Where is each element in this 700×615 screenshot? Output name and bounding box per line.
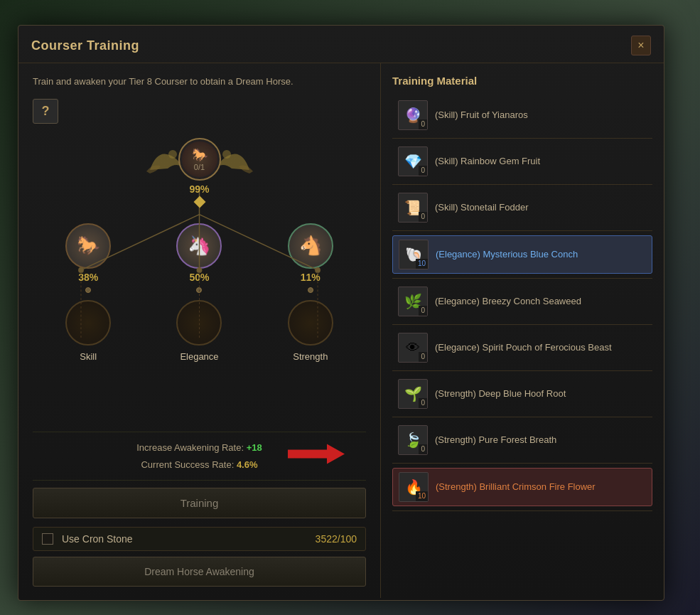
list-divider [392, 463, 652, 464]
skill-percent: 38% [78, 272, 98, 283]
strength-label: Strength [293, 351, 328, 362]
elegance-percent: 50% [189, 272, 209, 283]
bottom-nodes: 🐎 38% Skill 🦄 50% [33, 223, 366, 362]
list-divider [392, 370, 652, 371]
material-item[interactable]: 🔮0(Skill) Fruit of Yianaros [392, 97, 652, 134]
material-item[interactable]: 💎0(Skill) Rainbow Gem Fruit [392, 143, 652, 180]
item-icon: 👁0 [398, 333, 428, 363]
list-divider [392, 138, 652, 139]
item-badge: 0 [419, 166, 427, 176]
strength-icon: 🐴 [288, 223, 333, 269]
list-divider [392, 510, 652, 511]
list-divider [392, 417, 652, 417]
list-divider [392, 184, 652, 185]
material-item[interactable]: 🐚10(Elegance) Mysterious Blue Conch [392, 235, 652, 274]
item-name: (Strength) Deep Blue Hoof Root [435, 387, 566, 400]
strength-percent: 11% [301, 272, 321, 283]
material-item[interactable]: 🍃0(Strength) Pure Forest Breath [392, 422, 652, 459]
item-icon: 💎0 [398, 146, 428, 176]
item-badge: 10 [416, 259, 428, 269]
item-name: (Strength) Pure Forest Breath [435, 434, 556, 446]
item-badge: 0 [419, 398, 427, 408]
item-name: (Elegance) Breezy Conch Seaweed [435, 295, 581, 308]
center-horse-node[interactable]: 🐎 0/1 [178, 138, 221, 181]
panel-title: Training Material [392, 75, 652, 87]
material-item[interactable]: 👁0(Elegance) Spirit Pouch of Ferocious B… [392, 329, 652, 366]
dream-horse-button[interactable]: Dream Horse Awakening [33, 557, 366, 587]
skill-icon: 🐎 [65, 223, 111, 269]
material-item[interactable]: 🌱0(Strength) Deep Blue Hoof Root [392, 375, 652, 412]
item-name: (Skill) Fruit of Yianaros [435, 109, 528, 122]
training-button[interactable]: Training [33, 488, 366, 518]
item-badge: 10 [416, 491, 428, 501]
item-name: (Elegance) Mysterious Blue Conch [436, 248, 578, 261]
node-count: 0/1 [194, 163, 205, 171]
skill-branch: 🐎 38% Skill [42, 223, 134, 362]
list-divider [392, 324, 652, 325]
success-value: 4.6% [237, 459, 258, 470]
courser-training-modal: Courser Training × Train and awaken your… [18, 25, 664, 601]
cron-label: Use Cron Stone [62, 533, 316, 545]
svg-point-11 [222, 150, 231, 159]
item-name: (Skill) Stonetail Fodder [435, 201, 529, 214]
left-panel: Train and awaken your Tier 8 Courser to … [18, 63, 381, 598]
modal-title: Courser Training [31, 38, 139, 53]
info-section: Increase Awakening Rate: +18 Current Suc… [33, 432, 366, 481]
skill-dot [85, 287, 91, 293]
center-node-inner: 🐎 0/1 [182, 141, 217, 177]
material-item[interactable]: 🔥10(Strength) Brilliant Crimson Fire Flo… [392, 468, 652, 506]
top-horse-node: 🐎 0/1 99% [143, 138, 257, 209]
item-icon: 🌿0 [398, 287, 428, 316]
item-name: (Strength) Brilliant Crimson Fire Flower [436, 481, 596, 493]
elegance-dot [196, 287, 202, 293]
success-label: Current Success Rate: [141, 459, 234, 470]
item-badge: 0 [419, 444, 427, 454]
cron-count: 3522/100 [316, 533, 357, 545]
right-panel: Training Material 🔮0(Skill) Fruit of Yia… [381, 63, 664, 598]
awakening-label: Increase Awakening Rate: [136, 442, 244, 453]
list-divider [392, 230, 652, 231]
awakening-value: +18 [247, 442, 262, 453]
elegance-branch: 🦄 50% Elegance [153, 223, 245, 362]
item-icon: 🐚10 [399, 240, 429, 269]
close-button[interactable]: × [631, 36, 651, 55]
help-button[interactable]: ? [33, 99, 58, 124]
top-percent: 99% [189, 183, 209, 195]
strength-branch: 🐴 11% Strength [264, 223, 357, 362]
item-badge: 0 [419, 306, 427, 316]
item-icon: 🍃0 [398, 425, 428, 455]
item-badge: 0 [419, 212, 427, 222]
material-item[interactable]: 🌿0(Elegance) Breezy Conch Seaweed [392, 283, 652, 320]
modal-header: Courser Training × [18, 26, 664, 63]
item-icon: 📜0 [398, 193, 428, 223]
item-icon: 🔮0 [398, 100, 428, 130]
item-badge: 0 [419, 352, 427, 362]
subtitle-text: Train and awaken your Tier 8 Courser to … [33, 75, 366, 89]
skill-label: Skill [80, 351, 97, 362]
material-list: 🔮0(Skill) Fruit of Yianaros💎0(Skill) Rai… [392, 97, 652, 514]
arrow-indicator [288, 441, 345, 471]
cron-checkbox[interactable] [42, 533, 53, 545]
item-icon: 🔥10 [399, 472, 429, 502]
item-name: (Skill) Rainbow Gem Fruit [435, 155, 540, 168]
diamond-icon [193, 196, 205, 208]
item-icon: 🌱0 [398, 379, 428, 409]
elegance-empty-node [176, 300, 222, 346]
item-name: (Elegance) Spirit Pouch of Ferocious Bea… [435, 341, 612, 354]
list-divider [392, 278, 652, 279]
strength-dot [308, 287, 313, 293]
svg-point-10 [168, 150, 177, 159]
horse-flanks: 🐎 0/1 [143, 138, 257, 181]
elegance-label: Elegance [180, 351, 218, 362]
material-item[interactable]: 📜0(Skill) Stonetail Fodder [392, 189, 652, 226]
modal-body: Train and awaken your Tier 8 Courser to … [18, 63, 664, 598]
item-badge: 0 [419, 119, 427, 129]
elegance-icon: 🦄 [176, 223, 222, 269]
svg-marker-12 [288, 444, 345, 464]
strength-empty-node [288, 300, 333, 346]
skill-empty-node [65, 300, 111, 346]
skill-tree: 🐎 0/1 99% [33, 131, 366, 423]
cron-stone-row: Use Cron Stone 3522/100 [33, 527, 366, 551]
